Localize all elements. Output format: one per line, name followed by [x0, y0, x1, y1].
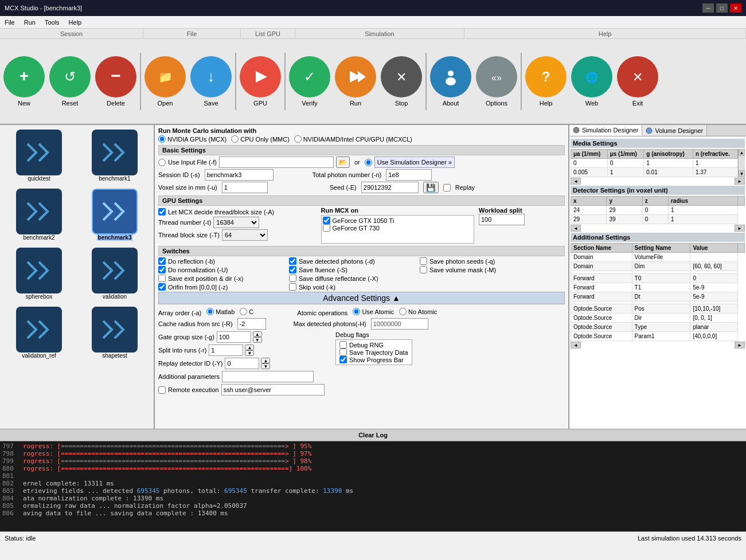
media-scroll-left[interactable]: ◄	[571, 178, 581, 185]
cpu-only-radio[interactable]	[231, 135, 239, 143]
sw8-row[interactable]: Skip void (-k)	[289, 283, 415, 291]
amd-option[interactable]: NVIDIA/AMD/Intel CPU/GPU (MCXCL)	[294, 135, 412, 143]
session-item-benchmark2[interactable]: benchmark2	[5, 189, 73, 241]
use-atomic-radio[interactable]	[353, 308, 360, 315]
session-item-quicktest[interactable]: quicktest	[5, 130, 73, 182]
delete-button[interactable]: − Delete	[93, 56, 139, 107]
verify-button[interactable]: ✓ Verify	[287, 56, 333, 107]
save-trajectory-row[interactable]: Save Trajectory Data	[339, 348, 408, 356]
sw4-row[interactable]: Orifin from [0,0,0] (-z)	[158, 283, 284, 291]
stop-button[interactable]: ✕ Stop	[378, 56, 424, 107]
menu-help[interactable]: Help	[64, 18, 87, 27]
gate-up[interactable]: ▲	[253, 331, 262, 337]
debug-rng-checkbox[interactable]	[339, 341, 347, 348]
gpu-button[interactable]: GPU	[237, 56, 283, 107]
debug-rng-row[interactable]: Debug RNG	[339, 341, 408, 348]
total-photon-field[interactable]	[386, 169, 432, 181]
replay-down[interactable]: ▼	[261, 363, 270, 369]
split-runs-field[interactable]	[209, 344, 243, 356]
use-simulation-designer-button[interactable]: Use Simulation Designer »	[374, 156, 455, 168]
log-area[interactable]: 797 rogress: [==========================…	[0, 441, 746, 531]
media-scroll-right[interactable]: ►	[735, 178, 745, 185]
maximize-button[interactable]: □	[716, 3, 728, 13]
amd-radio[interactable]	[294, 135, 302, 143]
sw6-row[interactable]: Save fluence (-S)	[289, 266, 415, 273]
sw8-checkbox[interactable]	[289, 283, 296, 291]
add-scroll-right[interactable]: ►	[735, 342, 745, 348]
close-button[interactable]: ✕	[730, 3, 741, 13]
about-button[interactable]: About	[428, 56, 474, 107]
additional-params-field[interactable]	[222, 371, 314, 382]
exit-button[interactable]: ✕ Exit	[615, 56, 661, 107]
session-item-spherebox[interactable]: spherebox	[5, 248, 73, 300]
gpu2-checkbox[interactable]	[323, 224, 330, 232]
c-option[interactable]: C	[240, 308, 253, 315]
no-atomic-radio[interactable]	[399, 308, 407, 315]
sw10-row[interactable]: Save volume mask (-M)	[420, 266, 523, 273]
replay-det-field[interactable]	[225, 358, 259, 369]
open-button[interactable]: 📁 Open	[142, 56, 188, 107]
sw1-checkbox[interactable]	[158, 257, 166, 265]
remote-exec-checkbox[interactable]	[158, 386, 166, 394]
sw2-row[interactable]: Do normalization (-U)	[158, 266, 284, 273]
gate-group-field[interactable]	[217, 331, 251, 343]
det-scroll-right[interactable]: ►	[735, 225, 745, 232]
split-down[interactable]: ▼	[245, 350, 254, 356]
seed-field[interactable]	[361, 182, 419, 193]
sw5-row[interactable]: Save detected photons (-d)	[289, 257, 415, 265]
save-button[interactable]: ↓ Save	[188, 56, 234, 107]
reset-button[interactable]: ↺ Reset	[47, 56, 93, 107]
sw2-checkbox[interactable]	[158, 266, 166, 273]
gpu1-checkbox[interactable]	[323, 217, 330, 224]
show-progress-row[interactable]: Show Progress Bar	[339, 356, 408, 363]
save-trajectory-checkbox[interactable]	[339, 348, 347, 356]
session-item-shapetest[interactable]: shapetest	[80, 307, 149, 359]
new-button[interactable]: + New	[1, 56, 47, 107]
advanced-settings-collapse[interactable]: Advanced Settings ▲	[158, 292, 565, 304]
tab-volume-designer[interactable]: Volume Designer	[642, 125, 707, 136]
matlab-option[interactable]: Matlab	[206, 308, 235, 315]
help-button[interactable]: ? Help	[523, 56, 569, 107]
session-item-validation-ref[interactable]: validation_ref	[5, 307, 73, 359]
menu-file[interactable]: File	[0, 18, 19, 27]
options-button[interactable]: «» Options	[474, 56, 520, 107]
use-input-file-radio[interactable]	[158, 159, 166, 166]
c-radio[interactable]	[240, 308, 247, 315]
sw3-checkbox[interactable]	[158, 275, 166, 282]
no-atomic-option[interactable]: No Atomic	[399, 308, 437, 315]
let-mcx-checkbox[interactable]	[158, 208, 166, 216]
media-scroll-bar[interactable]: ▲ ▼	[738, 149, 745, 177]
sw1-row[interactable]: Do reflection (-b)	[158, 257, 284, 265]
nvidia-gpu-radio[interactable]	[158, 135, 166, 143]
cache-radius-field[interactable]	[237, 318, 266, 330]
add-scroll-left[interactable]: ◄	[571, 342, 581, 348]
menu-tools[interactable]: Tools	[40, 18, 64, 27]
gate-down[interactable]: ▼	[253, 337, 262, 343]
split-up[interactable]: ▲	[245, 344, 254, 350]
session-item-benchmark1[interactable]: benchmark1	[80, 130, 149, 182]
menu-run[interactable]: Run	[19, 18, 40, 27]
voxel-size-field[interactable]	[222, 182, 268, 193]
sw3-row[interactable]: Save exit position & dir (-x)	[158, 275, 284, 282]
sw6-checkbox[interactable]	[289, 266, 296, 273]
show-progress-checkbox[interactable]	[339, 356, 347, 363]
max-detected-field[interactable]	[371, 318, 428, 330]
nvidia-gpu-option[interactable]: NVIDIA GPUs (MCX)	[158, 135, 226, 143]
sw4-checkbox[interactable]	[158, 283, 166, 291]
media-scroll-down[interactable]: ▼	[739, 170, 745, 177]
matlab-radio[interactable]	[206, 308, 214, 315]
thread-block-select[interactable]: 64	[222, 229, 268, 241]
input-file-field[interactable]	[219, 156, 334, 168]
replay-checkbox[interactable]	[443, 184, 451, 191]
minimize-button[interactable]: ─	[702, 3, 714, 13]
thread-number-select[interactable]: 16384	[213, 217, 259, 228]
det-scroll-left[interactable]: ◄	[571, 225, 581, 232]
use-designer-radio[interactable]	[365, 159, 372, 166]
media-scroll-up[interactable]: ▲	[739, 149, 745, 156]
sw5-checkbox[interactable]	[289, 257, 296, 265]
browse-button[interactable]: 📂	[336, 156, 350, 168]
log-clear-button[interactable]: Clear Log	[0, 429, 746, 441]
session-id-field[interactable]	[205, 169, 274, 181]
sw7-row[interactable]: Save diffuse reflectance (-X)	[289, 275, 415, 282]
run-button[interactable]: Run	[333, 56, 378, 107]
